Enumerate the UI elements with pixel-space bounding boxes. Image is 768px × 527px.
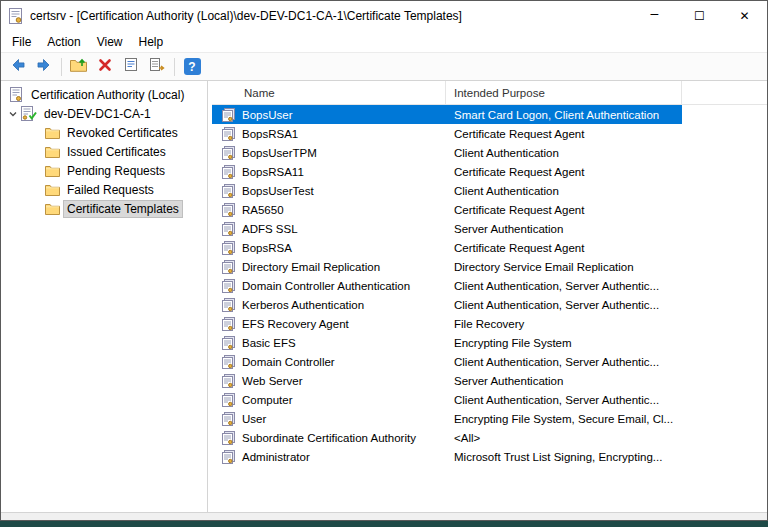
template-row[interactable]: Subordinate Certification Authority <All… [212,428,682,447]
template-name: BopsUserTest [242,185,314,197]
template-name: BopsRSA11 [242,166,304,178]
template-intended-purpose: Smart Card Logon, Client Authentication [446,109,682,121]
export-list-icon [149,57,166,76]
template-intended-purpose: Client Authentication, Server Authentic.… [446,280,682,292]
folder-icon [45,127,60,139]
tree-item-folder[interactable]: Revoked Certificates [1,123,207,142]
template-row[interactable]: BopsRSA Certificate Request Agent [212,238,682,257]
certificate-template-icon [222,298,235,312]
menu-item-help[interactable]: Help [131,33,172,51]
certificate-template-icon [222,336,235,350]
template-name-cell: BopsRSA1 [212,127,446,141]
menu-item-view[interactable]: View [89,33,131,51]
certificate-template-icon [222,241,235,255]
template-row[interactable]: BopsUser Smart Card Logon, Client Authen… [212,105,682,124]
menu-bar: File Action View Help [1,31,767,53]
tree-item-folder[interactable]: Pending Requests [1,161,207,180]
toolbar [1,53,767,81]
certificate-template-icon [222,260,235,274]
template-name-cell: Domain Controller [212,355,446,369]
certificate-template-icon [222,412,235,426]
tree-item-folder[interactable]: Certificate Templates [1,199,207,218]
template-intended-purpose: Client Authentication [446,185,682,197]
template-name: User [242,413,266,425]
template-intended-purpose: Client Authentication, Server Authentic.… [446,356,682,368]
template-name: Computer [242,394,293,406]
certificate-template-icon [222,355,235,369]
tree-item-ca-server[interactable]: dev-DEV-DC1-CA-1 [1,104,207,123]
menu-item-action[interactable]: Action [39,33,88,51]
template-row[interactable]: BopsUserTPM Client Authentication [212,143,682,162]
back-arrow-icon [10,57,26,77]
certificate-template-icon [222,393,235,407]
certificate-template-icon [222,165,235,179]
template-intended-purpose: Server Authentication [446,223,682,235]
template-row[interactable]: Web Server Server Authentication [212,371,682,390]
main-area: Certification Authority (Local) [1,81,767,512]
template-row[interactable]: BopsRSA11 Certificate Request Agent [212,162,682,181]
template-row[interactable]: User Encrypting File System, Secure Emai… [212,409,682,428]
template-row[interactable]: ADFS SSL Server Authentication [212,219,682,238]
template-row[interactable]: Kerberos Authentication Client Authentic… [212,295,682,314]
template-row[interactable]: BopsRSA1 Certificate Request Agent [212,124,682,143]
maximize-button[interactable]: ☐ [677,1,722,31]
tree-item-label: Issued Certificates [64,144,169,160]
template-row[interactable]: Domain Controller Client Authentication,… [212,352,682,371]
template-row[interactable]: Basic EFS Encrypting File System [212,333,682,352]
tree-item-folder[interactable]: Failed Requests [1,180,207,199]
template-intended-purpose: Encrypting File System, Secure Email, Cl… [446,413,682,425]
minimize-button[interactable]: – [632,1,677,31]
help-button[interactable] [180,55,204,78]
tree-item-label: Failed Requests [64,182,157,198]
template-name-cell: BopsUserTest [212,184,446,198]
certificate-template-icon [222,184,235,198]
template-intended-purpose: Client Authentication, Server Authentic.… [446,394,682,406]
window-controls: – ☐ ✕ [632,1,767,31]
title-bar: certsrv - [Certification Authority (Loca… [1,1,767,31]
tree-item-certification-authority[interactable]: Certification Authority (Local) [1,85,207,104]
column-header-intended-purpose[interactable]: Intended Purpose [446,81,682,104]
back-button[interactable] [6,55,30,78]
certificate-template-icon [222,374,235,388]
certificate-template-icon [222,450,235,464]
menu-item-label: Help [139,35,164,49]
console-tree: Certification Authority (Local) [1,81,208,512]
template-intended-purpose: Client Authentication [446,147,682,159]
template-row[interactable]: Computer Client Authentication, Server A… [212,390,682,409]
tree-item-label: Revoked Certificates [64,125,181,141]
tree-item-folder[interactable]: Issued Certificates [1,142,207,161]
template-intended-purpose: <All> [446,432,682,444]
menu-item-label: Action [47,35,80,49]
template-intended-purpose: Certificate Request Agent [446,166,682,178]
folder-icon [45,165,60,177]
certificate-template-icon [222,127,235,141]
tree-item-label: dev-DEV-DC1-CA-1 [41,106,154,122]
template-row[interactable]: RA5650 Certificate Request Agent [212,200,682,219]
delete-button[interactable] [93,55,117,78]
template-name-cell: User [212,412,446,426]
window-title: certsrv - [Certification Authority (Loca… [30,9,632,23]
column-header-name[interactable]: Name [212,81,446,104]
chevron-expanded-icon[interactable] [7,109,19,119]
template-name-cell: BopsRSA11 [212,165,446,179]
properties-button[interactable] [119,55,143,78]
template-intended-purpose: Microsoft Trust List Signing, Encrypting… [446,451,682,463]
close-button[interactable]: ✕ [722,1,767,31]
properties-icon [124,57,138,76]
up-one-level-button[interactable] [67,55,91,78]
template-intended-purpose: Client Authentication, Server Authentic.… [446,299,682,311]
tree-item-label: Certification Authority (Local) [28,87,187,103]
menu-item-file[interactable]: File [4,33,39,51]
template-name-cell: ADFS SSL [212,222,446,236]
folder-icon [45,184,60,196]
template-intended-purpose: Directory Service Email Replication [446,261,682,273]
forward-button[interactable] [32,55,56,78]
template-row[interactable]: Administrator Microsoft Trust List Signi… [212,447,682,466]
template-name: Kerberos Authentication [242,299,364,311]
export-list-button[interactable] [145,55,169,78]
template-row[interactable]: Directory Email Replication Directory Se… [212,257,682,276]
template-row[interactable]: EFS Recovery Agent File Recovery [212,314,682,333]
template-row[interactable]: Domain Controller Authentication Client … [212,276,682,295]
template-row[interactable]: BopsUserTest Client Authentication [212,181,682,200]
folder-icon [45,203,60,215]
